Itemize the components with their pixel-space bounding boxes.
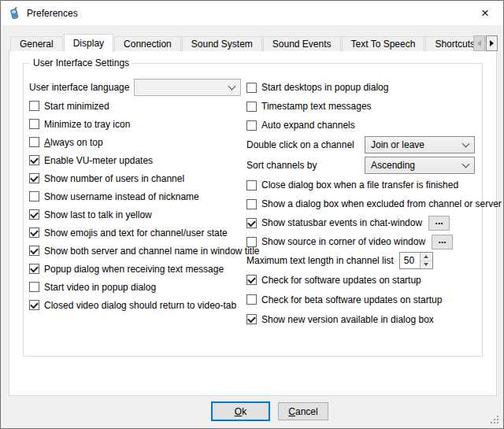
resize-grip[interactable] [497, 416, 498, 417]
checkbox[interactable] [246, 275, 257, 285]
checkbox[interactable] [29, 300, 39, 310]
checkbox-label: Auto expand channels [261, 120, 355, 131]
checkbox[interactable] [29, 155, 39, 165]
tab-scrollers [473, 35, 498, 51]
checkbox-row: Show emojis and text for channel/user st… [29, 224, 243, 242]
checkbox-row: Check for beta software updates on start… [246, 290, 481, 309]
checkbox-row: Show number of users in channel [29, 169, 243, 187]
checkbox-label: Show new version available in dialog box [261, 314, 434, 325]
checkbox[interactable] [246, 120, 257, 131]
double-click-combobox[interactable]: Join or leave [365, 136, 475, 153]
checkbox-label: Minimize to tray icon [44, 119, 130, 130]
double-click-value: Join or leave [371, 139, 424, 150]
window-title: Preferences [27, 8, 78, 19]
ok-button[interactable]: Ok [211, 401, 270, 421]
language-combobox[interactable] [134, 79, 241, 96]
preferences-dialog: Preferences × General Display Connection… [0, 0, 504, 429]
video-source-ellipsis-button[interactable]: ... [432, 235, 453, 250]
sort-channels-combobox[interactable]: Ascending [365, 157, 475, 174]
display-tab-page: User Interface Settings User interface l… [9, 50, 497, 396]
double-click-row: Double click on a channel Join or leave [246, 135, 481, 155]
language-label: User interface language [29, 82, 134, 93]
checkbox[interactable] [246, 218, 257, 228]
checkbox-row: Always on top [29, 133, 243, 151]
language-row: User interface language [29, 78, 243, 97]
right-column: Start desktops in popup dialog Timestamp… [246, 64, 481, 329]
max-text-length-spinner[interactable]: 50 [399, 252, 433, 269]
checkbox[interactable] [246, 199, 257, 209]
app-icon [8, 7, 20, 20]
checkbox-label: Show source in corner of video window [261, 236, 425, 247]
checkbox[interactable] [246, 294, 257, 305]
ok-button-label: Ok [235, 406, 246, 417]
tab-text-to-speech[interactable]: Text To Speech [342, 36, 425, 51]
statusbar-events-row: Show statusbar events in chat-window ... [246, 213, 481, 232]
checkbox-label: Show username instead of nickname [44, 191, 199, 202]
tab-general[interactable]: General [10, 36, 63, 51]
checkbox[interactable] [29, 191, 39, 202]
checkbox-row: Start desktops in popup dialog [246, 78, 481, 97]
spinner-down-icon[interactable] [421, 261, 432, 269]
checkbox-row: Enable VU-meter updates [29, 151, 243, 169]
checkbox[interactable] [29, 227, 39, 238]
max-text-length-value: 50 [400, 253, 420, 268]
titlebar: Preferences × [1, 1, 503, 25]
chevron-down-icon [228, 82, 236, 90]
checkbox-row: Popup dialog when receiving text message [29, 260, 243, 278]
checkbox[interactable] [29, 101, 39, 111]
tab-sound-system[interactable]: Sound System [182, 36, 262, 51]
left-column: User interface language Start minimized … [29, 73, 243, 314]
checkbox[interactable] [29, 173, 39, 183]
checkbox[interactable] [29, 282, 39, 292]
checkbox-label: Show a dialog box when excluded from cha… [261, 198, 502, 209]
chevron-down-icon [462, 139, 470, 147]
checkbox-label: Timestamp text messages [261, 101, 372, 112]
checkbox[interactable] [246, 102, 257, 112]
checkbox[interactable] [246, 180, 257, 190]
checkbox[interactable] [246, 83, 257, 93]
tab-sound-events[interactable]: Sound Events [263, 36, 341, 51]
checkbox[interactable] [29, 264, 39, 274]
checkbox-label: Closed video dialog should return to vid… [44, 300, 236, 311]
checkbox-row: Close dialog box when a file transfer is… [246, 176, 481, 194]
checkbox-row: Show username instead of nickname [29, 187, 243, 205]
checkbox-label: Show statusbar events in chat-window [261, 217, 422, 228]
tab-scroll-left-icon[interactable] [473, 35, 485, 51]
checkbox-row: Timestamp text messages [246, 97, 481, 116]
group-title: User Interface Settings [30, 57, 132, 68]
checkbox-label: Popup dialog when receiving text message [44, 264, 224, 275]
checkbox-label: Always on top [44, 137, 103, 148]
close-icon[interactable]: × [467, 1, 503, 25]
checkbox-label: Check for beta software updates on start… [261, 294, 442, 305]
video-source-row: Show source in corner of video window ..… [246, 232, 481, 251]
checkbox-row: Start minimized [29, 97, 243, 115]
checkbox-label: Start desktops in popup dialog [261, 82, 388, 93]
checkbox-label: Show emojis and text for channel/user st… [44, 227, 228, 239]
tab-display[interactable]: Display [64, 34, 113, 52]
checkbox-row: Check for software updates on startup [246, 270, 481, 290]
checkbox[interactable] [29, 209, 39, 220]
spinner-up-icon[interactable] [421, 253, 432, 261]
checkbox-row: Show both server and channel name in win… [29, 242, 243, 260]
checkbox[interactable] [29, 246, 39, 256]
cancel-button-label: Cancel [288, 406, 317, 417]
checkbox[interactable] [29, 119, 39, 129]
tab-connection[interactable]: Connection [114, 36, 181, 51]
checkbox-label: Enable VU-meter updates [44, 155, 153, 166]
checkbox[interactable] [246, 314, 257, 324]
statusbar-events-ellipsis-button[interactable]: ... [428, 216, 450, 231]
chevron-down-icon [462, 160, 470, 168]
max-text-length-label: Maximum text length in channel list [246, 255, 394, 266]
max-text-length-row: Maximum text length in channel list 50 [246, 251, 481, 270]
checkbox-label: Close dialog box when a file transfer is… [261, 179, 458, 190]
checkbox[interactable] [246, 237, 257, 247]
cancel-button[interactable]: Cancel [278, 402, 328, 420]
tab-bar: General Display Connection Sound System … [10, 34, 472, 51]
sort-channels-label: Sort channels by [246, 160, 365, 171]
checkbox-row: Minimize to tray icon [29, 115, 243, 133]
checkbox-label: Check for software updates on startup [261, 275, 421, 286]
tab-scroll-right-icon[interactable] [486, 35, 498, 51]
checkbox[interactable] [29, 137, 39, 147]
checkbox-row: Show a dialog box when excluded from cha… [246, 194, 481, 213]
user-interface-settings-group: User Interface Settings User interface l… [23, 63, 483, 357]
